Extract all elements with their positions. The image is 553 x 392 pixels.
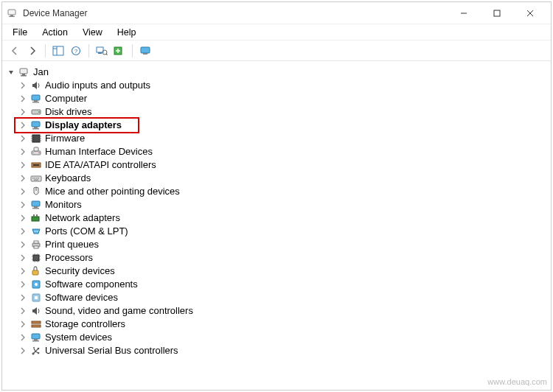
svg-line-15 [106,54,108,55]
tree-item[interactable]: Human Interface Devices [18,145,548,158]
toolbar-separator [132,44,133,57]
tree-item[interactable]: Software components [18,278,548,291]
expand-icon[interactable] [18,307,27,315]
show-hide-tree-button[interactable] [50,43,66,59]
root-label: Jan [33,66,49,79]
svg-line-88 [34,349,35,351]
menu-view[interactable]: View [75,26,110,39]
svg-rect-82 [32,340,39,342]
tree-item-label: Processors [45,251,93,265]
svg-rect-52 [32,201,40,206]
svg-rect-79 [32,325,41,327]
svg-rect-23 [21,75,27,77]
tree-item[interactable]: IDE ATA/ATAPI controllers [18,158,548,172]
menu-action[interactable]: Action [35,26,75,39]
category-icon [30,318,42,330]
tree-item[interactable]: Ports (COM & LPT) [18,225,548,238]
svg-rect-26 [32,102,39,103]
expand-icon[interactable] [18,161,27,169]
category-icon [30,119,42,131]
tree-item[interactable]: Monitors [18,198,548,211]
tree-item[interactable]: Print queues [18,238,548,251]
expand-icon[interactable] [18,187,27,196]
tree-item-label: Sound, video and game controllers [45,304,193,318]
close-button[interactable] [513,3,546,24]
expand-icon[interactable] [18,346,27,355]
expand-icon[interactable] [18,214,27,223]
category-icon [30,305,42,317]
scan-hardware-button[interactable] [94,43,110,59]
category-icon [30,93,42,105]
expand-icon[interactable] [18,240,27,249]
expand-icon[interactable] [18,121,27,130]
expand-icon[interactable] [18,253,27,262]
tree-item[interactable]: Processors [18,251,548,265]
tree-item[interactable]: Firmware [18,132,548,145]
tree-item[interactable]: Sound, video and game controllers [18,304,548,318]
tree-root[interactable]: Jan [7,66,548,79]
tree-item-label: Keyboards [45,172,91,185]
collapse-icon[interactable] [7,68,15,77]
category-icon [30,80,42,91]
tree-item-label: Disk drives [45,105,92,119]
svg-rect-48 [36,178,38,179]
menu-help[interactable]: Help [110,26,144,39]
expand-icon[interactable] [18,267,27,276]
tree-item[interactable]: Mice and other pointing devices [18,185,548,198]
svg-rect-47 [35,178,36,179]
svg-point-59 [35,231,36,231]
tree-item[interactable]: System devices [18,331,548,344]
category-icon [30,212,42,224]
tree-item[interactable]: Universal Serial Bus controllers [18,344,548,357]
tree-item[interactable]: Computer [18,92,548,105]
expand-icon[interactable] [18,147,27,156]
expand-icon[interactable] [18,333,27,342]
expand-icon[interactable] [18,320,27,329]
tree-item-label: Print queues [45,238,99,251]
add-legacy-hardware-button[interactable] [111,43,128,59]
device-tree[interactable]: Jan Audio inputs and outputsComputerDisk… [2,61,551,390]
minimize-button[interactable] [447,3,480,24]
svg-rect-32 [32,135,40,142]
expand-icon[interactable] [18,280,27,289]
category-icon [30,332,42,343]
svg-point-58 [34,231,35,231]
tree-item[interactable]: Network adapters [18,211,548,225]
menu-file[interactable]: File [5,26,35,39]
svg-rect-30 [34,127,38,128]
svg-text:?: ? [74,48,78,55]
tree-item[interactable]: Disk drives [18,105,548,119]
help-button[interactable]: ? [68,43,84,59]
tree-item[interactable]: Software devices [18,291,548,304]
svg-rect-46 [32,178,34,179]
tree-item-label: Software components [45,278,138,291]
category-icon [30,159,42,171]
expand-icon[interactable] [18,293,27,302]
svg-rect-12 [97,47,103,52]
expand-icon[interactable] [18,108,27,116]
tree-item[interactable]: Keyboards [18,172,548,185]
menubar: File Action View Help [2,24,551,41]
expand-icon[interactable] [18,200,27,209]
svg-rect-29 [32,122,40,127]
expand-icon[interactable] [18,81,27,90]
forward-button[interactable] [24,43,41,59]
svg-point-28 [38,111,40,113]
maximize-button[interactable] [480,3,513,24]
svg-rect-53 [34,206,38,208]
svg-rect-87 [38,352,39,354]
svg-rect-24 [32,95,40,100]
expand-icon[interactable] [18,174,27,183]
tree-item[interactable]: Audio inputs and outputs [18,79,548,92]
expand-icon[interactable] [18,134,27,143]
back-button[interactable] [7,43,23,59]
svg-rect-50 [34,180,38,181]
devices-by-type-button[interactable] [137,43,153,59]
expand-icon[interactable] [18,94,27,103]
expand-icon[interactable] [18,227,27,236]
tree-item[interactable]: Display adapters [18,119,548,132]
tree-item[interactable]: Storage controllers [18,318,548,331]
tree-item[interactable]: Security devices [18,265,548,278]
svg-rect-54 [32,208,39,209]
svg-point-42 [38,153,40,154]
